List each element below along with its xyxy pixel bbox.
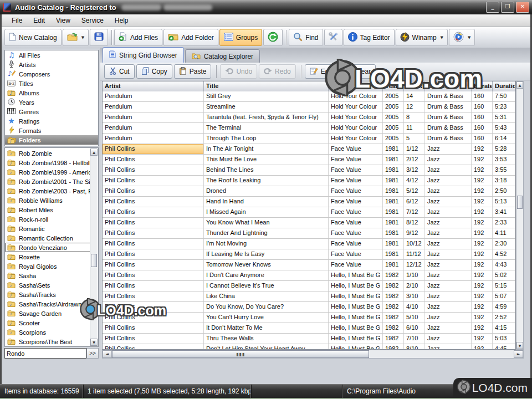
column-header-title[interactable]: Title	[204, 81, 329, 91]
column-header-track[interactable]: Track	[404, 81, 425, 91]
cell-track[interactable]: 10/12	[404, 239, 425, 249]
scroll-left-arrow[interactable]: ◄	[103, 350, 112, 358]
scroll-right-arrow[interactable]: ►	[514, 350, 523, 358]
close-button[interactable]: ✕	[516, 2, 529, 13]
cell-bitrate[interactable]: 192	[472, 176, 493, 186]
cell-duration[interactable]: 5:31	[493, 112, 515, 122]
cell-duration[interactable]: 6:14	[493, 134, 515, 144]
cell-genre[interactable]: Jazz	[425, 197, 472, 207]
cell-bitrate[interactable]: 192	[472, 323, 493, 333]
cell-album[interactable]: Face Value	[329, 197, 383, 207]
cell-bitrate[interactable]: 160	[472, 112, 493, 122]
scroll-thumb[interactable]	[91, 254, 97, 267]
cell-album[interactable]: Face Value	[329, 155, 383, 165]
cell-bitrate[interactable]: 192	[472, 260, 493, 270]
table-row[interactable]: Phil CollinsThru These WallsHello, I Mus…	[103, 334, 515, 344]
cell-title[interactable]: This Must Be Love	[204, 155, 329, 165]
cell-track[interactable]: 8/10	[404, 344, 425, 349]
cell-duration[interactable]: 2:30	[493, 239, 515, 249]
copy-button[interactable]: Copy	[136, 64, 172, 79]
cell-track[interactable]: 3/12	[404, 165, 425, 175]
cell-year[interactable]: 1982	[383, 270, 404, 280]
groups-button[interactable]: Groups	[219, 29, 262, 46]
cell-title[interactable]: Tomorrow Never Knows	[204, 260, 329, 270]
table-row[interactable]: Phil CollinsIf Leaving Me Is EasyFace Va…	[103, 249, 515, 260]
cell-genre[interactable]: Jazz	[425, 249, 472, 259]
add-files-button[interactable]: Add Files	[114, 29, 162, 46]
folder-item[interactable]: ♪Savage Garden	[6, 309, 90, 318]
cell-track[interactable]: 5/12	[404, 186, 425, 196]
cell-genre[interactable]: Jazz	[425, 334, 472, 344]
cell-genre[interactable]: Jazz	[425, 302, 472, 312]
table-row[interactable]: Phil CollinsThunder And LightningFace Va…	[103, 228, 515, 239]
column-header-artist[interactable]: Artist	[103, 81, 204, 91]
grid-vertical-scrollbar[interactable]: ▲ ▼	[516, 81, 524, 350]
cell-album[interactable]: Hello, I Must Be G	[329, 323, 383, 333]
cell-album[interactable]: Hold Your Colour	[329, 102, 383, 112]
cell-album[interactable]: Hello, I Must Be G	[329, 302, 383, 312]
cell-duration[interactable]: 2:33	[493, 218, 515, 228]
cell-year[interactable]: 1982	[383, 313, 404, 323]
cell-artist[interactable]: Phil Collins	[103, 207, 204, 217]
table-row[interactable]: Phil CollinsHand In HandFace Value19816/…	[103, 197, 515, 207]
cell-year[interactable]: 2005	[383, 134, 404, 144]
cell-year[interactable]: 1981	[383, 249, 404, 259]
cell-album[interactable]: Hello, I Must Be G	[329, 313, 383, 323]
cell-bitrate[interactable]: 192	[472, 155, 493, 165]
cell-year[interactable]: 1981	[383, 239, 404, 249]
menu-help[interactable]: Help	[109, 16, 134, 25]
cell-year[interactable]: 1982	[383, 281, 404, 291]
cell-bitrate[interactable]: 192	[472, 270, 493, 280]
open-catalog-button[interactable]: ▼	[63, 29, 89, 46]
cell-artist[interactable]: Pendulum	[103, 112, 204, 122]
cell-artist[interactable]: Phil Collins	[103, 260, 204, 270]
cell-title[interactable]: Through The Loop	[204, 134, 329, 144]
cell-duration[interactable]: 3:53	[493, 155, 515, 165]
sidebar-item-formats[interactable]: Formats	[5, 126, 98, 135]
table-row[interactable]: PendulumStreamlineHold Your Colour200512…	[103, 102, 515, 112]
maximize-button[interactable]: ❒	[501, 2, 514, 13]
tab-string-grid-browser[interactable]: String Grid Browser	[103, 47, 184, 63]
add-folder-button[interactable]: Add Folder	[163, 29, 218, 46]
cell-artist[interactable]: Phil Collins	[103, 218, 204, 228]
cell-duration[interactable]: 5:02	[493, 270, 515, 280]
cell-bitrate[interactable]: 192	[472, 239, 493, 249]
cell-year[interactable]: 1982	[383, 291, 404, 301]
sidebar-item-genres[interactable]: Genres	[5, 107, 98, 116]
cell-title[interactable]: Tarantula (feat. Fresh, $pyda & Tenor Fl…	[204, 112, 329, 122]
cell-album[interactable]: Face Value	[329, 218, 383, 228]
cell-year[interactable]: 2005	[383, 102, 404, 112]
folder-scrollbar[interactable]: ▲ ▼	[90, 149, 98, 346]
cell-album[interactable]: Hello, I Must Be G	[329, 281, 383, 291]
cell-title[interactable]: In The Air Tonight	[204, 144, 329, 154]
cell-genre[interactable]: Jazz	[425, 207, 472, 217]
cell-genre[interactable]: Drum & Bass	[425, 91, 472, 101]
winamp-button[interactable]: Winamp ▼	[396, 29, 448, 46]
cell-album[interactable]: Face Value	[329, 186, 383, 196]
cell-artist[interactable]: Phil Collins	[103, 249, 204, 259]
cell-album[interactable]: Hold Your Colour	[329, 112, 383, 122]
cell-artist[interactable]: Pendulum	[103, 91, 204, 101]
cell-genre[interactable]: Jazz	[425, 155, 472, 165]
cell-year[interactable]: 2005	[383, 91, 404, 101]
cell-genre[interactable]: Jazz	[425, 239, 472, 249]
cell-genre[interactable]: Jazz	[425, 344, 472, 349]
refresh-button[interactable]	[263, 29, 283, 46]
cell-track[interactable]: 12	[404, 102, 425, 112]
folder-item[interactable]: ♪Sasha	[6, 271, 90, 280]
cell-duration[interactable]: 5:23	[493, 102, 515, 112]
cell-year[interactable]: 1981	[383, 218, 404, 228]
cell-bitrate[interactable]: 192	[472, 197, 493, 207]
cell-bitrate[interactable]: 192	[472, 344, 493, 349]
cell-artist[interactable]: Pendulum	[103, 123, 204, 133]
save-catalog-button[interactable]	[90, 29, 108, 46]
cell-bitrate[interactable]: 192	[472, 207, 493, 217]
sidebar-item-albums[interactable]: ♪Albums	[5, 88, 98, 98]
sidebar-item-all-files[interactable]: ♫All Files	[5, 50, 98, 60]
cell-album[interactable]: Face Value	[329, 249, 383, 259]
cell-album[interactable]: Hello, I Must Be G	[329, 291, 383, 301]
sidebar-item-composers[interactable]: ♪Composers	[5, 69, 98, 79]
folder-item[interactable]: ♪Scorpions	[6, 328, 90, 337]
cell-duration[interactable]: 5:07	[493, 291, 515, 301]
cell-bitrate[interactable]: 160	[472, 102, 493, 112]
